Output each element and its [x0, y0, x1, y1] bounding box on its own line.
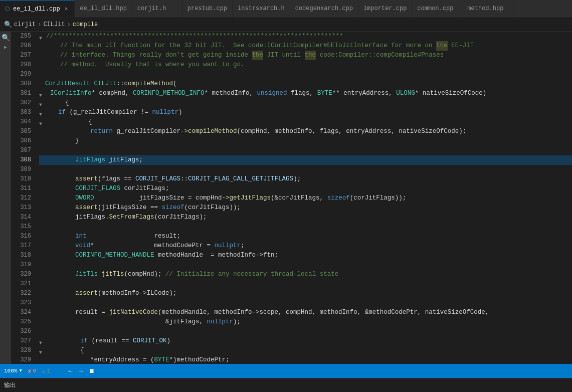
breadcrumb-bar: 🔍 clrjit › CILJit › compile [0, 18, 572, 32]
code-line-308[interactable]: JitFlags jitFlags; [39, 155, 572, 165]
code-line-306[interactable]: } [39, 136, 572, 146]
error-count: 0 [33, 368, 36, 374]
code-line-323[interactable] [39, 298, 572, 308]
code-line-315[interactable] [39, 222, 572, 232]
code-lines: ▼//*************************************… [35, 32, 572, 364]
code-line-310[interactable]: assert(flags == CORJIT_FLAGS::CORJIT_FLA… [39, 174, 572, 184]
tab-label: corjit.h [137, 5, 166, 12]
fold-295[interactable]: ▼ [39, 34, 45, 40]
ln-321: 321 [13, 279, 31, 289]
code-line-300[interactable]: CorJitResult CILJit::compileMethod( [39, 79, 572, 89]
tab-common_cpp[interactable]: common.cpp [412, 0, 462, 17]
code-line-301[interactable]: ▼ICorJitInfo* compHnd, CORINFO_METHOD_IN… [39, 89, 572, 98]
ln-319: 319 [13, 260, 31, 270]
tab-close-ee_il_dll_cpp[interactable]: × [63, 6, 70, 13]
warning-status[interactable]: ⚠ 1 [42, 368, 50, 374]
breadcrumb-project[interactable]: clrjit [14, 21, 36, 28]
code-line-304[interactable]: ▼ { [39, 117, 572, 127]
bottom-bar: 输出 [0, 378, 572, 392]
code-line-324[interactable]: result = jitNativeCode(methodHandle, met… [39, 308, 572, 317]
code-line-321[interactable] [39, 279, 572, 289]
ln-314: 314 [13, 213, 31, 222]
code-line-302[interactable]: ▼ { [39, 98, 572, 108]
nav-stop-btn[interactable]: ⏹ [89, 367, 95, 375]
breadcrumb-sep2: › [67, 21, 71, 28]
code-line-311[interactable]: CORJIT_FLAGS corJitFlags; [39, 184, 572, 193]
code-container[interactable]: 295 296 297 298 299 300 301 302 303 304 … [11, 32, 572, 364]
bottom-label: 输出 [4, 381, 16, 389]
zoom-dropdown-icon: ▼ [19, 368, 22, 373]
tab-label: common.cpp [417, 5, 453, 12]
tab-method_hpp[interactable]: method.hpp [462, 0, 512, 17]
code-line-295[interactable]: ▼//*************************************… [39, 32, 572, 41]
code-line-307[interactable] [39, 146, 572, 155]
breadcrumb-compile[interactable]: compile [73, 21, 98, 28]
tab-codegenxarch_cpp[interactable]: codegenxarch.cpp [290, 0, 358, 17]
code-line-305[interactable]: return g_realJitCompiler->compileMethod(… [39, 127, 572, 136]
code-line-298[interactable]: // method. Usually that is where you wan… [39, 60, 572, 70]
code-line-314[interactable]: jitFlags.SetFromFlags(corJitFlags); [39, 213, 572, 222]
code-line-317[interactable]: void* methodCodePtr = nullptr; [39, 241, 572, 251]
ln-329: 329 [13, 355, 31, 364]
code-line-303[interactable]: ▼if (g_realJitCompiler != nullptr) [39, 108, 572, 117]
code-line-320[interactable]: JitTls jitTls(compHnd); // Initialize an… [39, 270, 572, 279]
code-line-316[interactable]: int result; [39, 232, 572, 241]
ln-318: 318 [13, 251, 31, 260]
ln-312: 312 [13, 193, 31, 203]
code-line-319[interactable] [39, 260, 572, 270]
tab-prestub_cpp[interactable]: prestub.cpp [182, 0, 233, 17]
tab-instrsxarch_h[interactable]: instrsxarch.h [233, 0, 290, 17]
fold-303[interactable]: ▼ [39, 110, 45, 116]
ln-316: 316 [13, 232, 31, 241]
status-bar: 100% ▼ ✘ 0 ⚠ 1 ← → ⏹ [0, 364, 572, 378]
code-line-318[interactable]: CORINFO_METHOD_HANDLE methodHandle = met… [39, 251, 572, 260]
collapse-icon[interactable]: ▶ [4, 44, 7, 50]
ln-305: 305 [13, 127, 31, 136]
tab-label: method.hpp [467, 5, 503, 12]
nav-back-btn[interactable]: ← [68, 367, 72, 375]
error-status[interactable]: ✘ 0 [28, 368, 36, 374]
ln-300: 300 [13, 79, 31, 89]
ln-311: 311 [13, 184, 31, 193]
nav-forward-btn[interactable]: → [79, 367, 83, 375]
search-icon[interactable]: 🔍 [2, 34, 10, 42]
code-line-297[interactable]: // interface. Things really don't get go… [39, 51, 572, 60]
code-line-322[interactable]: assert(methodInfo->ILCode); [39, 289, 572, 298]
tab-ee_il_dll_cpp[interactable]: ⬡ ee_il_dll.cpp × [0, 0, 75, 17]
fold-302[interactable]: ▼ [39, 100, 45, 106]
tab-ee_il_dll_hpp[interactable]: ee_il_dll.hpp [75, 0, 132, 17]
tab-corjit_h[interactable]: corjit.h [132, 0, 182, 17]
ln-295: 295 [13, 32, 31, 41]
tab-label: instrsxarch.h [238, 5, 285, 12]
ln-315: 315 [13, 222, 31, 232]
code-line-326[interactable] [39, 327, 572, 336]
tab-importer_cpp[interactable]: importer.cpp [358, 0, 412, 17]
ln-306: 306 [13, 136, 31, 146]
fold-327[interactable]: ▼ [39, 338, 45, 344]
breadcrumb-sep1: › [38, 21, 41, 28]
code-line-312[interactable]: DWORD jitFlagsSize = compHnd->getJitFlag… [39, 193, 572, 203]
code-line-296[interactable]: // The main JIT function for the 32 bit … [39, 41, 572, 51]
ln-326: 326 [13, 327, 31, 336]
code-area[interactable]: 295 296 297 298 299 300 301 302 303 304 … [11, 32, 572, 364]
ln-322: 322 [13, 289, 31, 298]
fold-328[interactable]: ▼ [39, 348, 45, 354]
code-line-313[interactable]: assert(jitFlagsSize == sizeof(corJitFlag… [39, 203, 572, 213]
code-line-309[interactable] [39, 165, 572, 174]
tab-bar: ⬡ ee_il_dll.cpp × ee_il_dll.hpp corjit.h… [0, 0, 572, 18]
fold-304[interactable]: ▼ [39, 119, 45, 125]
code-line-329[interactable]: *entryAddress = (BYTE*)methodCodePtr; [39, 355, 572, 364]
fold-301[interactable]: ▼ [39, 91, 45, 97]
code-line-299[interactable] [39, 70, 572, 79]
code-line-328[interactable]: ▼ { [39, 346, 572, 355]
ln-307: 307 [13, 146, 31, 155]
tab-label: ee_il_dll.hpp [80, 5, 127, 12]
tab-label: importer.cpp [363, 5, 407, 12]
zoom-level[interactable]: 100% ▼ [4, 368, 22, 374]
warning-count: 1 [47, 368, 51, 374]
main-layout: 🔍 ▶ 295 296 297 298 299 300 301 302 303 … [0, 32, 572, 364]
code-line-327[interactable]: ▼ if (result == CORJIT_OK) [39, 336, 572, 346]
breadcrumb-symbol[interactable]: CILJit [43, 21, 65, 28]
ln-296: 296 [13, 41, 31, 51]
code-line-325[interactable]: &jitFlags, nullptr); [39, 317, 572, 327]
